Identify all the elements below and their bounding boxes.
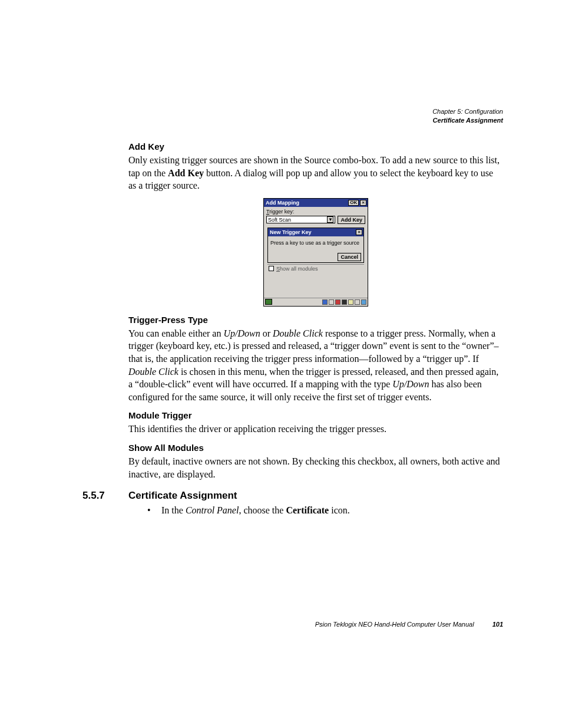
embedded-screenshot: Add Mapping OK × Trigger key: Soft Scan … [128, 198, 503, 307]
dialog-title: Add Mapping [265, 200, 299, 206]
running-header: Chapter 5: Configuration Certificate Ass… [432, 107, 503, 125]
dialog-title-inner: New Trigger Key [269, 229, 312, 235]
tray-icon[interactable] [361, 299, 366, 305]
prompt-text: Press a key to use as a trigger source [270, 240, 361, 246]
tray-icon[interactable] [322, 299, 328, 305]
bullet-certificate: In the Control Panel, choose the Certifi… [147, 505, 503, 516]
chapter-label: Chapter 5: Configuration [432, 107, 503, 116]
para-module-trigger: This identifies the driver or applicatio… [128, 423, 503, 436]
chevron-down-icon[interactable]: ▼ [327, 216, 333, 223]
para-trigger-press: You can enable either an Up/Down or Doub… [128, 327, 503, 404]
heading-trigger-press: Trigger-Press Type [128, 315, 503, 325]
para-show-all-modules: By default, inactive owners are not show… [128, 455, 503, 480]
system-tray [322, 299, 366, 305]
close-icon[interactable]: × [360, 200, 366, 206]
titlebar-add-mapping: Add Mapping OK × [264, 199, 368, 207]
page-footer: Psion Teklogix NEO Hand-Held Computer Us… [315, 621, 503, 628]
section-number: 5.5.7 [82, 490, 128, 502]
tray-icon[interactable] [329, 299, 334, 305]
combo-value: Soft Scan [268, 217, 291, 223]
start-icon[interactable] [265, 299, 272, 305]
heading-add-key: Add Key [128, 141, 503, 151]
section-certificate-assignment: 5.5.7 Certificate Assignment [82, 490, 503, 502]
checkbox-show-all[interactable] [269, 266, 274, 271]
dialog-add-mapping: Add Mapping OK × Trigger key: Soft Scan … [263, 198, 368, 307]
tray-icon[interactable] [348, 299, 353, 305]
add-key-button[interactable]: Add Key [338, 216, 365, 224]
close-icon[interactable]: × [356, 229, 362, 235]
section-label: Certificate Assignment [432, 116, 503, 125]
tray-icon[interactable] [342, 299, 347, 305]
combo-trigger-key[interactable]: Soft Scan ▼ [266, 216, 335, 223]
ok-button[interactable]: OK [348, 200, 359, 206]
para-add-key: Only existing trigger sources are shown … [128, 154, 503, 192]
page-number: 101 [492, 621, 503, 628]
label-show-all: Show all modules [276, 266, 318, 272]
heading-module-trigger: Module Trigger [128, 410, 503, 420]
taskbar [264, 298, 368, 306]
label-trigger-key: Trigger key: [266, 209, 365, 215]
heading-show-all-modules: Show All Modules [128, 443, 503, 453]
titlebar-new-trigger-key: New Trigger Key × [268, 228, 363, 236]
row-show-all-modules: Show all modules [267, 264, 364, 273]
page-content: Add Key Only existing trigger sources ar… [82, 141, 503, 516]
footer-text: Psion Teklogix NEO Hand-Held Computer Us… [315, 621, 474, 628]
section-title: Certificate Assignment [128, 490, 237, 502]
tray-icon[interactable] [335, 299, 340, 305]
tray-icon[interactable] [355, 299, 360, 305]
dialog-new-trigger-key: New Trigger Key × Press a key to use as … [267, 228, 364, 263]
cancel-button[interactable]: Cancel [338, 253, 361, 261]
